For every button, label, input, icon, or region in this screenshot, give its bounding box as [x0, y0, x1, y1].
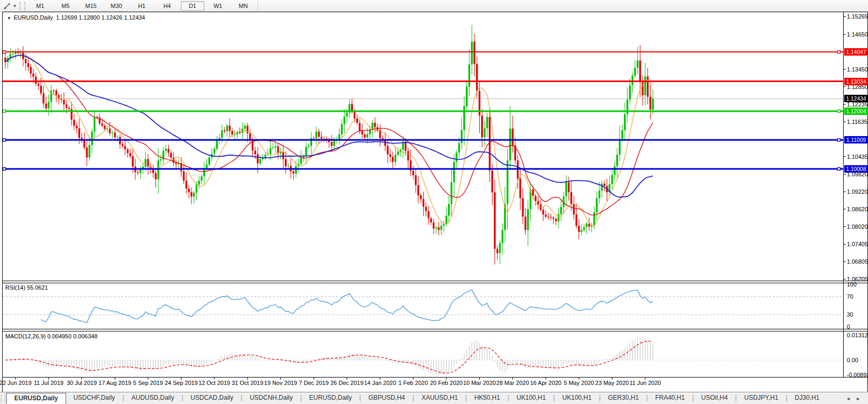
- date-axis-label: 30 Jul 2019: [67, 380, 97, 386]
- rsi-axis-tick: 70: [847, 293, 853, 300]
- tab-scroll-left-icon[interactable]: ◄: [846, 396, 851, 401]
- macd-axis-tick: 0.013121: [847, 332, 868, 338]
- price-axis-tick: 1.10435: [847, 154, 868, 160]
- chart-tab-eurusd-daily[interactable]: EURUSD,Daily: [6, 393, 66, 404]
- level-line-handle[interactable]: [838, 139, 840, 141]
- macd-axis-tick: -0.008933: [847, 372, 868, 378]
- date-axis-label: 5 May 2020: [564, 380, 594, 386]
- moving-average-21: [5, 55, 653, 215]
- chart-tab-dj30-h1[interactable]: DJ30,H1: [788, 392, 827, 404]
- level-line-handle[interactable]: [838, 110, 840, 112]
- price-axis-tick: 1.11635: [847, 119, 867, 125]
- price-axis-tick: 1.06805: [847, 258, 868, 265]
- date-axis-label: 10 Mar 2020: [463, 380, 496, 386]
- chart-canvas[interactable]: [0, 0, 868, 404]
- date-axis-label: 11 Jul 2019: [34, 380, 63, 386]
- tab-scroll-right-icon[interactable]: ►: [856, 396, 861, 401]
- rsi-axis-tick: 30: [847, 311, 853, 318]
- level-line-handle[interactable]: [3, 168, 6, 170]
- date-axis-label: 14 Jan 2020: [364, 380, 396, 386]
- date-axis-label: 17 Aug 2019: [98, 380, 131, 386]
- tabbar-grip: [1, 394, 5, 403]
- date-axis-label: 24 Sep 2019: [165, 380, 197, 386]
- price-axis-tick: 1.15265: [847, 13, 868, 20]
- price-axis-tick: 1.13450: [847, 66, 868, 73]
- date-axis-label: 12 Oct 2019: [198, 380, 230, 386]
- trading-terminal: ▼ M1M5M15M30H1H4D1W1MN ▼EURUSD,Daily 1.1…: [0, 0, 868, 404]
- rsi-axis-tick: 0: [847, 324, 850, 330]
- chart-tab-usdchf-daily[interactable]: USDCHF,Daily: [66, 392, 123, 404]
- level-line-handle[interactable]: [3, 139, 6, 141]
- chart-tab-hk50-h1[interactable]: HK50,H1: [467, 392, 508, 404]
- level-line-handle[interactable]: [3, 51, 6, 53]
- chart-tab-usdcnh-daily[interactable]: USDCNH,Daily: [242, 392, 300, 404]
- date-axis-label: 16 Apr 2020: [530, 380, 561, 386]
- chart-tab-usdcad-daily[interactable]: USDCAD,Daily: [183, 392, 241, 404]
- chart-title-collapse-icon[interactable]: ▼: [7, 16, 11, 21]
- price-level-badge: 1.14047: [844, 48, 868, 56]
- macd-axis-tick: 0.00: [847, 357, 858, 363]
- date-axis-label: 22 Jun 2019: [0, 380, 32, 386]
- date-axis-label: 5 Sep 2019: [133, 380, 163, 386]
- date-axis-label: 7 Dec 2019: [299, 380, 328, 386]
- price-level-badge: 1.13034: [844, 78, 868, 85]
- chart-title: ▼EURUSD,Daily 1.12699 1.12800 1.12426 1.…: [7, 14, 145, 21]
- date-axis-label: 11 Jun 2020: [629, 380, 661, 386]
- date-axis-label: 28 Mar 2020: [496, 380, 529, 386]
- date-axis-label: 23 May 2020: [595, 380, 629, 386]
- chart-tab-usdjpy-h1[interactable]: USDJPY,H1: [737, 392, 785, 404]
- level-line-handle[interactable]: [3, 110, 6, 112]
- price-level-badge: 1.12434: [844, 95, 868, 102]
- date-axis-label: 19 Nov 2019: [264, 380, 297, 386]
- price-axis-tick: 1.07405: [847, 241, 868, 247]
- rsi-indicator-label: RSI(14) 55.0621: [5, 284, 48, 291]
- tab-scroll-arrows: ◄ ►: [846, 392, 868, 404]
- price-level-badge: 1.10008: [844, 165, 868, 173]
- level-line-handle[interactable]: [838, 51, 840, 53]
- macd-signal-line: [5, 341, 653, 373]
- price-level-badge: 1.11009: [844, 136, 868, 143]
- date-axis-label: 1 Feb 2020: [398, 380, 428, 386]
- macd-indicator-label: MACD(12,26,9) 0.004950 0.006348: [5, 333, 97, 339]
- price-axis-tick: 1.09220: [847, 188, 868, 195]
- chart-tab-xauusd-h1[interactable]: XAUUSD,H1: [414, 392, 465, 404]
- chart-tab-uk100-h1[interactable]: UK100,H1: [509, 392, 553, 404]
- price-axis-tick: 1.08020: [847, 223, 868, 230]
- price-level-badge: 1.12004: [844, 107, 868, 115]
- chart-tab-uk100-h1[interactable]: UK100,H1: [555, 392, 599, 404]
- chart-tab-audusd-daily[interactable]: AUDUSD,Daily: [124, 392, 182, 404]
- price-axis-tick: 1.14650: [847, 31, 868, 38]
- rsi-line: [41, 290, 653, 322]
- chart-title-ohlc: 1.12699 1.12800 1.12426 1.12434: [56, 14, 145, 21]
- level-line-handle[interactable]: [838, 168, 840, 170]
- price-axis-tick: 1.08620: [847, 206, 868, 212]
- chart-tab-gbpusd-h4[interactable]: GBPUSD,H4: [361, 392, 412, 404]
- chart-tab-bar: EURUSD,DailyUSDCHF,Daily|AUDUSD,Daily|US…: [0, 392, 868, 404]
- date-axis-label: 26 Dec 2019: [331, 380, 363, 386]
- chart-title-symbol: EURUSD,Daily: [14, 14, 53, 21]
- chart-tab-eurusd-daily[interactable]: EURUSD,Daily: [302, 392, 360, 404]
- date-axis-label: 31 Oct 2019: [232, 380, 263, 386]
- chart-tab-ger30-h1[interactable]: GER30,H1: [601, 392, 646, 404]
- chart-tab-fra40-h1[interactable]: FRA40,H1: [648, 392, 692, 404]
- date-axis-label: 20 Feb 2020: [430, 380, 463, 386]
- rsi-axis-tick: 100: [847, 281, 856, 288]
- tab-items: EURUSD,DailyUSDCHF,Daily|AUDUSD,Daily|US…: [6, 392, 827, 404]
- chart-tab-usoil-h4[interactable]: USOil,H4: [694, 392, 735, 404]
